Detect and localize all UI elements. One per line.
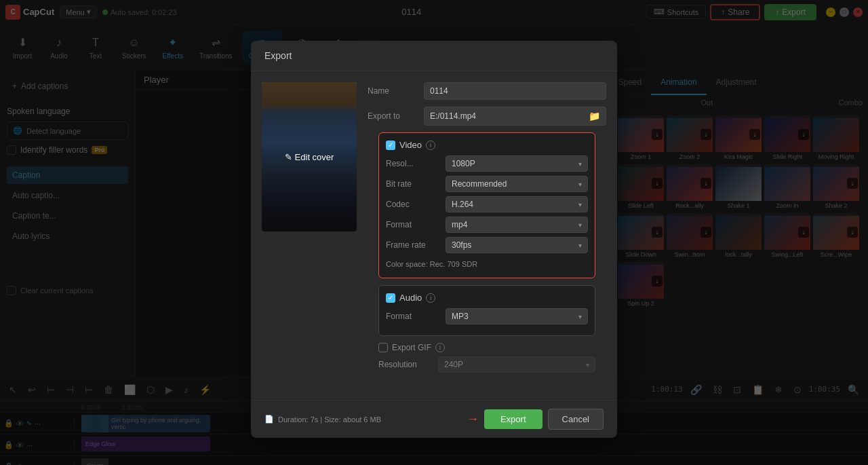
dialog-footer: 📄 Duration: 7s | Size: about 6 MB → Expo… xyxy=(251,400,617,438)
color-space-row: Color space: Rec. 709 SDR xyxy=(386,257,588,271)
select-arrow-4: ▾ xyxy=(578,221,582,229)
dialog-scroll-area[interactable]: ✓ Video i Resol... 1080P ▾ Bit xyxy=(368,132,606,389)
select-arrow: ▾ xyxy=(578,160,582,168)
format-label: Format xyxy=(386,220,440,229)
framerate-select[interactable]: 30fps ▾ xyxy=(446,237,588,253)
select-arrow-7: ▾ xyxy=(586,361,589,369)
select-arrow-2: ▾ xyxy=(578,181,582,188)
edit-cover-overlay[interactable]: ✎ Edit cover xyxy=(262,82,357,231)
duration-info: 📄 Duration: 7s | Size: about 6 MB xyxy=(264,415,381,424)
export-to-label: Export to xyxy=(368,111,418,121)
audio-section: ✓ Audio i Format MP3 ▾ xyxy=(378,285,595,336)
arrow-indicator: → xyxy=(467,412,479,426)
name-label: Name xyxy=(368,86,418,96)
export-to-input[interactable]: E:/0114.mp4 📁 xyxy=(424,107,606,126)
footer-actions: → Export Cancel xyxy=(467,409,604,430)
audio-section-header: ✓ Audio i xyxy=(386,293,588,303)
codec-row: Codec H.264 ▾ xyxy=(386,196,588,212)
folder-button[interactable]: 📁 xyxy=(589,111,600,122)
export-dialog: Export ✎ Edit cover Name xyxy=(251,41,617,438)
framerate-value: 30fps xyxy=(452,240,471,250)
resolution-label: Resol... xyxy=(386,159,440,168)
select-arrow-6: ▾ xyxy=(578,313,582,320)
gif-label: Export GIF xyxy=(392,343,431,352)
resolution-select[interactable]: 1080P ▾ xyxy=(446,155,588,172)
select-arrow-5: ▾ xyxy=(578,242,582,249)
audio-format-row: Format MP3 ▾ xyxy=(386,308,588,324)
gif-resolution-value: 240P xyxy=(444,360,463,369)
duration-text: Duration: 7s | Size: about 6 MB xyxy=(278,415,381,424)
dialog-title: Export xyxy=(251,41,617,71)
gif-info-icon[interactable]: i xyxy=(435,343,445,352)
gif-row: Export GIF i xyxy=(378,343,595,352)
audio-info-icon[interactable]: i xyxy=(426,293,435,303)
bitrate-select[interactable]: Recommended ▾ xyxy=(446,176,588,192)
gif-checkbox[interactable] xyxy=(378,343,388,352)
duration-icon: 📄 xyxy=(264,415,274,424)
format-select[interactable]: mp4 ▾ xyxy=(446,217,588,233)
codec-select[interactable]: H.264 ▾ xyxy=(446,196,588,212)
framerate-label: Frame rate xyxy=(386,240,440,250)
video-info-icon[interactable]: i xyxy=(426,141,435,150)
audio-format-value: MP3 xyxy=(452,312,469,321)
dialog-overlay: Export ✎ Edit cover Name xyxy=(0,0,868,465)
bitrate-row: Bit rate Recommended ▾ xyxy=(386,176,588,192)
cancel-button[interactable]: Cancel xyxy=(548,409,604,430)
dialog-fields: Name 0114 Export to E:/0114.mp4 📁 ✓ xyxy=(368,82,606,389)
video-section-title: Video xyxy=(399,140,422,150)
format-value: mp4 xyxy=(452,220,467,229)
export-to-row: Export to E:/0114.mp4 📁 xyxy=(368,107,606,126)
gif-resolution-row: Resolution 240P ▾ xyxy=(378,356,595,373)
video-section-header: ✓ Video i xyxy=(386,140,588,150)
resolution-row: Resol... 1080P ▾ xyxy=(386,155,588,172)
codec-value: H.264 xyxy=(452,200,473,209)
bitrate-label: Bit rate xyxy=(386,179,440,189)
gif-section: Export GIF i Resolution 240P ▾ xyxy=(378,343,595,373)
bitrate-value: Recommended xyxy=(452,179,507,189)
audio-checkbox[interactable]: ✓ xyxy=(386,293,395,303)
export-path: E:/0114.mp4 xyxy=(430,111,585,121)
codec-label: Codec xyxy=(386,200,440,209)
export-button-dialog[interactable]: Export xyxy=(484,409,542,429)
resolution-value: 1080P xyxy=(452,159,475,168)
audio-section-title: Audio xyxy=(399,293,422,303)
gif-resolution-label: Resolution xyxy=(378,360,433,369)
gif-resolution-select[interactable]: 240P ▾ xyxy=(438,356,595,373)
audio-format-label: Format xyxy=(386,312,440,321)
pencil-icon: ✎ xyxy=(285,152,292,162)
edit-cover-text: ✎ Edit cover xyxy=(285,152,334,162)
format-row: Format mp4 ▾ xyxy=(386,217,588,233)
select-arrow-3: ▾ xyxy=(578,201,582,208)
audio-format-select[interactable]: MP3 ▾ xyxy=(446,308,588,324)
video-section: ✓ Video i Resol... 1080P ▾ Bit xyxy=(378,132,595,278)
preview-image: ✎ Edit cover xyxy=(262,82,357,231)
framerate-row: Frame rate 30fps ▾ xyxy=(386,237,588,253)
name-row: Name 0114 xyxy=(368,82,606,100)
dialog-preview: ✎ Edit cover xyxy=(262,82,357,389)
dialog-body: ✎ Edit cover Name 0114 Export to E:/0114… xyxy=(251,71,617,400)
name-input[interactable]: 0114 xyxy=(424,82,606,100)
video-checkbox[interactable]: ✓ xyxy=(386,141,395,150)
